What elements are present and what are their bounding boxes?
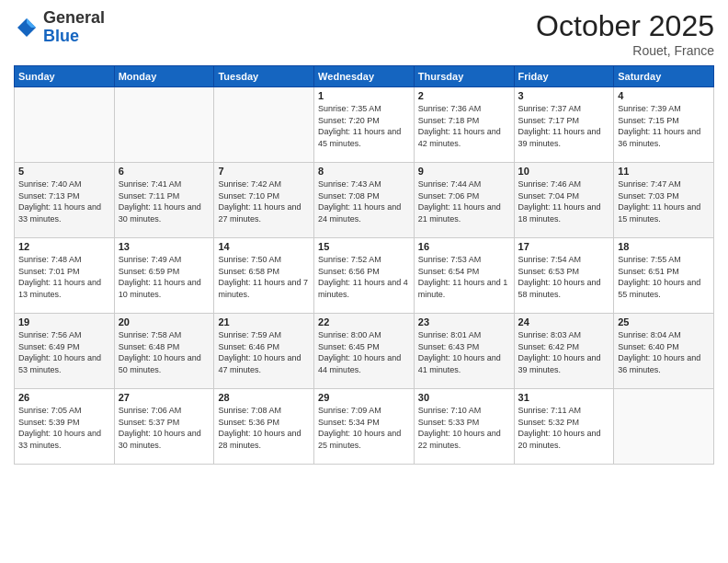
calendar-cell: 30Sunrise: 7:10 AM Sunset: 5:33 PM Dayli… [414,389,514,465]
calendar-day-header: Thursday [414,66,514,87]
calendar-cell: 7Sunrise: 7:42 AM Sunset: 7:10 PM Daylig… [214,163,314,238]
day-number: 9 [418,166,510,177]
calendar-cell: 2Sunrise: 7:36 AM Sunset: 7:18 PM Daylig… [414,87,514,163]
calendar-cell [15,87,115,163]
day-info: Sunrise: 7:11 AM Sunset: 5:32 PM Dayligh… [518,405,610,451]
header: General Blue October 2025 Rouet, France [14,9,714,58]
calendar-week-row: 12Sunrise: 7:48 AM Sunset: 7:01 PM Dayli… [15,238,714,314]
day-number: 12 [18,241,110,252]
calendar-cell: 12Sunrise: 7:48 AM Sunset: 7:01 PM Dayli… [15,238,115,314]
day-info: Sunrise: 7:47 AM Sunset: 7:03 PM Dayligh… [618,178,710,224]
day-number: 10 [518,166,610,177]
calendar-cell: 29Sunrise: 7:09 AM Sunset: 5:34 PM Dayli… [314,389,415,465]
day-info: Sunrise: 7:39 AM Sunset: 7:15 PM Dayligh… [618,103,710,149]
day-info: Sunrise: 7:56 AM Sunset: 6:49 PM Dayligh… [18,329,110,375]
day-info: Sunrise: 7:40 AM Sunset: 7:13 PM Dayligh… [18,178,110,224]
logo-text: General Blue [43,9,105,46]
day-info: Sunrise: 7:05 AM Sunset: 5:39 PM Dayligh… [18,405,110,451]
calendar-cell [114,87,214,163]
day-info: Sunrise: 7:58 AM Sunset: 6:48 PM Dayligh… [119,329,210,375]
day-number: 1 [318,90,410,101]
calendar-cell: 18Sunrise: 7:55 AM Sunset: 6:51 PM Dayli… [614,238,714,314]
calendar-cell: 1Sunrise: 7:35 AM Sunset: 7:20 PM Daylig… [314,87,415,163]
calendar-day-header: Sunday [15,66,115,87]
calendar-cell: 14Sunrise: 7:50 AM Sunset: 6:58 PM Dayli… [214,238,314,314]
day-info: Sunrise: 7:36 AM Sunset: 7:18 PM Dayligh… [418,103,510,149]
calendar-cell [614,389,714,465]
calendar-cell: 8Sunrise: 7:43 AM Sunset: 7:08 PM Daylig… [314,163,415,238]
calendar-cell: 9Sunrise: 7:44 AM Sunset: 7:06 PM Daylig… [414,163,514,238]
day-info: Sunrise: 7:10 AM Sunset: 5:33 PM Dayligh… [418,405,510,451]
day-info: Sunrise: 7:48 AM Sunset: 7:01 PM Dayligh… [18,254,110,300]
day-info: Sunrise: 8:04 AM Sunset: 6:40 PM Dayligh… [618,329,710,375]
day-number: 16 [418,241,510,252]
day-number: 31 [518,392,610,403]
calendar: SundayMondayTuesdayWednesdayThursdayFrid… [14,65,714,465]
day-number: 5 [18,166,110,177]
day-info: Sunrise: 7:49 AM Sunset: 6:59 PM Dayligh… [119,254,210,300]
day-number: 7 [218,166,310,177]
day-number: 18 [618,241,710,252]
day-info: Sunrise: 7:08 AM Sunset: 5:36 PM Dayligh… [218,405,310,451]
calendar-cell: 23Sunrise: 8:01 AM Sunset: 6:43 PM Dayli… [414,314,514,389]
calendar-header-row: SundayMondayTuesdayWednesdayThursdayFrid… [15,66,714,87]
title-block: October 2025 Rouet, France [536,9,714,58]
calendar-cell: 28Sunrise: 7:08 AM Sunset: 5:36 PM Dayli… [214,389,314,465]
calendar-cell: 6Sunrise: 7:41 AM Sunset: 7:11 PM Daylig… [114,163,214,238]
day-info: Sunrise: 7:37 AM Sunset: 7:17 PM Dayligh… [518,103,610,149]
day-number: 11 [618,166,710,177]
day-info: Sunrise: 7:52 AM Sunset: 6:56 PM Dayligh… [318,254,410,300]
day-info: Sunrise: 7:44 AM Sunset: 7:06 PM Dayligh… [418,178,510,224]
calendar-cell: 26Sunrise: 7:05 AM Sunset: 5:39 PM Dayli… [15,389,115,465]
day-info: Sunrise: 7:50 AM Sunset: 6:58 PM Dayligh… [218,254,310,300]
day-number: 3 [518,90,610,101]
calendar-cell: 24Sunrise: 8:03 AM Sunset: 6:42 PM Dayli… [514,314,614,389]
day-info: Sunrise: 7:54 AM Sunset: 6:53 PM Dayligh… [518,254,610,300]
day-number: 27 [119,392,210,403]
calendar-cell: 20Sunrise: 7:58 AM Sunset: 6:48 PM Dayli… [114,314,214,389]
calendar-cell: 19Sunrise: 7:56 AM Sunset: 6:49 PM Dayli… [15,314,115,389]
calendar-day-header: Tuesday [214,66,314,87]
logo-blue: Blue [43,27,79,45]
day-number: 29 [318,392,410,403]
calendar-week-row: 1Sunrise: 7:35 AM Sunset: 7:20 PM Daylig… [15,87,714,163]
day-info: Sunrise: 7:59 AM Sunset: 6:46 PM Dayligh… [218,329,310,375]
day-number: 4 [618,90,710,101]
day-number: 22 [318,316,410,327]
calendar-day-header: Saturday [614,66,714,87]
day-number: 20 [119,316,210,327]
calendar-cell: 31Sunrise: 7:11 AM Sunset: 5:32 PM Dayli… [514,389,614,465]
day-number: 19 [18,316,110,327]
day-number: 28 [218,392,310,403]
calendar-cell: 17Sunrise: 7:54 AM Sunset: 6:53 PM Dayli… [514,238,614,314]
day-info: Sunrise: 7:53 AM Sunset: 6:54 PM Dayligh… [418,254,510,300]
day-info: Sunrise: 8:00 AM Sunset: 6:45 PM Dayligh… [318,329,410,375]
day-info: Sunrise: 8:03 AM Sunset: 6:42 PM Dayligh… [518,329,610,375]
calendar-cell: 15Sunrise: 7:52 AM Sunset: 6:56 PM Dayli… [314,238,415,314]
calendar-day-header: Friday [514,66,614,87]
day-number: 26 [18,392,110,403]
logo: General Blue [14,9,105,46]
day-info: Sunrise: 7:55 AM Sunset: 6:51 PM Dayligh… [618,254,710,300]
day-number: 6 [119,166,210,177]
calendar-cell: 21Sunrise: 7:59 AM Sunset: 6:46 PM Dayli… [214,314,314,389]
calendar-cell: 11Sunrise: 7:47 AM Sunset: 7:03 PM Dayli… [614,163,714,238]
page: General Blue October 2025 Rouet, France … [0,0,728,563]
calendar-week-row: 5Sunrise: 7:40 AM Sunset: 7:13 PM Daylig… [15,163,714,238]
day-number: 30 [418,392,510,403]
calendar-week-row: 26Sunrise: 7:05 AM Sunset: 5:39 PM Dayli… [15,389,714,465]
calendar-cell: 13Sunrise: 7:49 AM Sunset: 6:59 PM Dayli… [114,238,214,314]
day-number: 13 [119,241,210,252]
calendar-cell [214,87,314,163]
calendar-cell: 25Sunrise: 8:04 AM Sunset: 6:40 PM Dayli… [614,314,714,389]
day-info: Sunrise: 7:46 AM Sunset: 7:04 PM Dayligh… [518,178,610,224]
calendar-cell: 3Sunrise: 7:37 AM Sunset: 7:17 PM Daylig… [514,87,614,163]
day-info: Sunrise: 7:35 AM Sunset: 7:20 PM Dayligh… [318,103,410,149]
day-info: Sunrise: 7:09 AM Sunset: 5:34 PM Dayligh… [318,405,410,451]
day-info: Sunrise: 7:41 AM Sunset: 7:11 PM Dayligh… [119,178,210,224]
day-number: 14 [218,241,310,252]
calendar-week-row: 19Sunrise: 7:56 AM Sunset: 6:49 PM Dayli… [15,314,714,389]
calendar-cell: 27Sunrise: 7:06 AM Sunset: 5:37 PM Dayli… [114,389,214,465]
day-number: 2 [418,90,510,101]
day-number: 17 [518,241,610,252]
